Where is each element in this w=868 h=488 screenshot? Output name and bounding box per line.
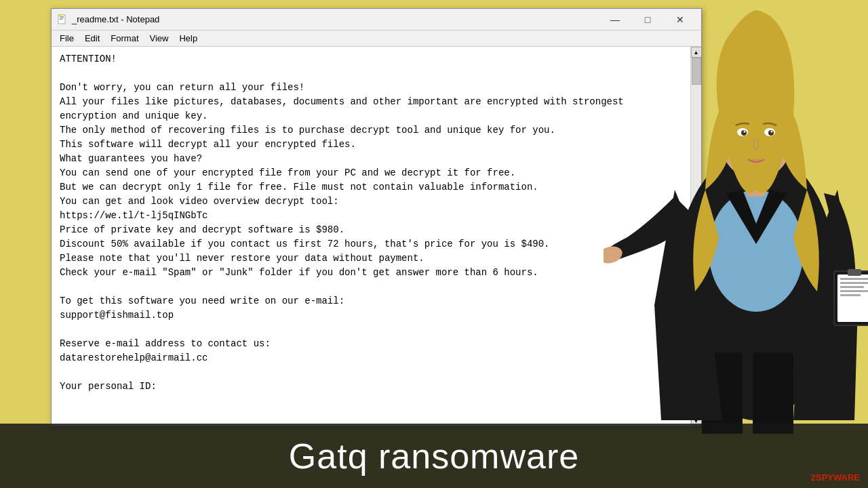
svg-rect-25 [848, 269, 861, 276]
svg-rect-22 [840, 286, 864, 288]
svg-rect-3 [60, 19, 62, 20]
svg-rect-20 [840, 278, 868, 280]
menu-file[interactable]: File [54, 32, 79, 45]
svg-point-8 [709, 190, 804, 312]
svg-rect-7 [753, 352, 793, 434]
person-figure-area [604, 0, 868, 434]
window-title: _readme.txt - Notepad [72, 14, 599, 24]
svg-rect-24 [840, 294, 861, 296]
svg-rect-19 [837, 274, 868, 322]
logo-text: 2SPYWARE [811, 472, 860, 483]
svg-rect-23 [840, 290, 868, 292]
person-svg [604, 0, 868, 434]
svg-rect-21 [840, 282, 868, 284]
spyware-logo: 2SPYWARE [811, 472, 860, 483]
menu-view[interactable]: View [144, 32, 174, 45]
svg-rect-2 [60, 18, 64, 18]
svg-point-16 [771, 131, 773, 133]
bottom-banner: Gatq ransomware [0, 424, 868, 488]
svg-rect-4 [59, 14, 62, 16]
notepad-icon [57, 14, 68, 25]
menu-format[interactable]: Format [105, 32, 144, 45]
banner-title: Gatq ransomware [289, 436, 579, 476]
svg-point-15 [744, 131, 746, 133]
menu-help[interactable]: Help [174, 32, 203, 45]
svg-rect-1 [60, 16, 64, 17]
menu-edit[interactable]: Edit [79, 32, 105, 45]
text-content[interactable]: ATTENTION! Don't worry, you can return a… [52, 47, 690, 426]
